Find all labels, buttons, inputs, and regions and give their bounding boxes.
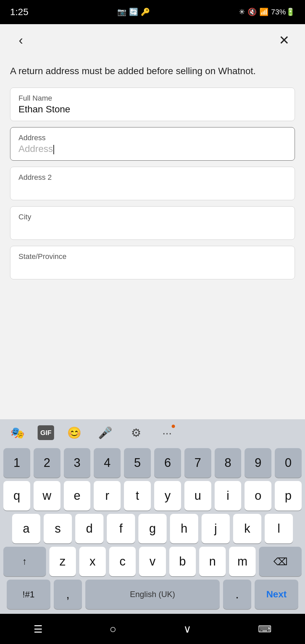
key-l[interactable]: l (265, 514, 293, 543)
menu-button[interactable]: ☰ (24, 620, 53, 638)
key-n[interactable]: n (199, 547, 226, 576)
microphone-icon[interactable]: 🎤 (94, 422, 116, 443)
key-7[interactable]: 7 (184, 448, 211, 478)
key-z[interactable]: z (49, 547, 76, 576)
key-w[interactable]: w (34, 481, 60, 511)
key-b[interactable]: b (169, 547, 196, 576)
key-g[interactable]: g (138, 514, 167, 543)
address2-value (18, 183, 287, 194)
keyboard: 🎭 GIF 😊 🎤 ⚙ ··· 1 2 3 4 5 6 7 8 9 0 q w … (0, 419, 305, 614)
key-6[interactable]: 6 (154, 448, 181, 478)
key-f[interactable]: f (107, 514, 135, 543)
battery-text: 73%🔋 (271, 8, 295, 16)
period-key[interactable]: . (223, 580, 251, 609)
address2-label: Address 2 (18, 173, 287, 182)
status-right-icons: ✳ 🔇 📶 73%🔋 (239, 8, 295, 16)
keyboard-main: 1 2 3 4 5 6 7 8 9 0 q w e r t y u i o p … (0, 446, 305, 614)
keyboard-toolbar: 🎭 GIF 😊 🎤 ⚙ ··· (0, 419, 305, 446)
key-y[interactable]: y (154, 481, 181, 511)
key-c[interactable]: c (109, 547, 136, 576)
city-value (18, 223, 287, 233)
shift-key[interactable]: ↑ (3, 547, 46, 576)
qwerty-row: q w e r t y u i o p (3, 481, 302, 511)
key-t[interactable]: t (124, 481, 151, 511)
cursor (53, 145, 54, 154)
key-h[interactable]: h (170, 514, 198, 543)
key-3[interactable]: 3 (64, 448, 91, 478)
settings-icon[interactable]: ⚙ (125, 422, 147, 443)
full-name-label: Full Name (18, 94, 287, 103)
down-button[interactable]: ∨ (173, 619, 201, 639)
city-label: City (18, 213, 287, 221)
key-d[interactable]: d (75, 514, 103, 543)
notification-dot (172, 425, 175, 428)
address2-field[interactable]: Address 2 (10, 167, 295, 200)
bottom-row: !#1 , English (UK) . Next (3, 580, 302, 609)
info-text: A return address must be added before se… (10, 64, 295, 77)
key-k[interactable]: k (233, 514, 261, 543)
full-name-value: Ethan Stone (18, 104, 287, 115)
full-name-field[interactable]: Full Name Ethan Stone (10, 88, 295, 121)
status-icons: 📷 🔄 🔑 (117, 8, 150, 16)
zxcv-row: ↑ z x c v b n m ⌫ (3, 547, 302, 576)
key-u[interactable]: u (184, 481, 211, 511)
backspace-key[interactable]: ⌫ (259, 547, 302, 576)
key-p[interactable]: p (275, 481, 302, 511)
key-q[interactable]: q (3, 481, 30, 511)
key-5[interactable]: 5 (124, 448, 151, 478)
address-label: Address (18, 133, 287, 142)
key-4[interactable]: 4 (94, 448, 121, 478)
key-9[interactable]: 9 (245, 448, 271, 478)
state-value (18, 262, 287, 273)
key-x[interactable]: x (79, 547, 106, 576)
space-key[interactable]: English (UK) (85, 580, 220, 609)
gif-button[interactable]: GIF (38, 425, 54, 440)
emoji-icon[interactable]: 😊 (63, 422, 85, 443)
keyboard-button[interactable]: ⌨ (248, 620, 281, 638)
comma-key[interactable]: , (54, 580, 82, 609)
key-e[interactable]: e (64, 481, 91, 511)
key-v[interactable]: v (139, 547, 166, 576)
main-content: A return address must be added before se… (0, 56, 305, 419)
key-icon: 🔑 (141, 8, 150, 16)
key-i[interactable]: i (215, 481, 242, 511)
sticker-icon[interactable]: 🎭 (7, 422, 28, 443)
status-time: 1:25 (10, 7, 29, 17)
state-label: State/Province (18, 252, 287, 261)
video-icon: 📷 (117, 8, 126, 16)
nav-bar: ‹ ✕ (0, 24, 305, 56)
number-row: 1 2 3 4 5 6 7 8 9 0 (3, 448, 302, 478)
key-o[interactable]: o (245, 481, 271, 511)
key-2[interactable]: 2 (34, 448, 60, 478)
wifi-icon: 📶 (259, 8, 268, 16)
address-field[interactable]: Address Address (10, 127, 295, 161)
mute-icon: 🔇 (248, 8, 257, 16)
bluetooth-icon: ✳ (239, 8, 245, 16)
back-button[interactable]: ‹ (10, 30, 32, 51)
home-button[interactable]: ○ (99, 619, 127, 639)
next-key[interactable]: Next (255, 580, 298, 609)
key-s[interactable]: s (44, 514, 72, 543)
key-1[interactable]: 1 (3, 448, 30, 478)
key-8[interactable]: 8 (215, 448, 242, 478)
bottom-nav: ☰ ○ ∨ ⌨ (0, 614, 305, 644)
address-placeholder: Address (18, 144, 287, 154)
city-field[interactable]: City (10, 206, 295, 240)
asdf-row: a s d f g h j k l (3, 514, 302, 543)
state-field[interactable]: State/Province (10, 246, 295, 279)
key-m[interactable]: m (229, 547, 256, 576)
key-0[interactable]: 0 (275, 448, 302, 478)
refresh-icon: 🔄 (129, 8, 138, 16)
key-j[interactable]: j (202, 514, 230, 543)
close-button[interactable]: ✕ (273, 30, 295, 51)
key-a[interactable]: a (12, 514, 40, 543)
status-bar: 1:25 📷 🔄 🔑 ✳ 🔇 📶 73%🔋 (0, 0, 305, 24)
key-r[interactable]: r (94, 481, 121, 511)
symbols-key[interactable]: !#1 (7, 580, 50, 609)
more-icon[interactable]: ··· (156, 422, 178, 443)
